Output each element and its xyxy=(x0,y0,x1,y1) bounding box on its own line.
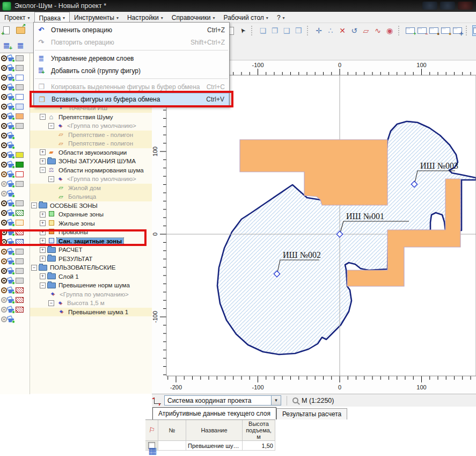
menu-item-redo[interactable]: ↷Повторить операциюShift+Ctrl+Z xyxy=(34,36,229,48)
combo-dropdown-button[interactable]: ▼ xyxy=(271,396,281,405)
tree-item[interactable]: −⌂Препятствия Шуму xyxy=(30,113,152,122)
layer-color-swatch[interactable] xyxy=(16,171,24,177)
eye-icon[interactable] xyxy=(1,258,7,264)
tree-item[interactable]: ✦<Группа по умолчанию> xyxy=(30,290,152,299)
tree-item[interactable]: ▱Препятствие - полигон xyxy=(30,131,152,140)
table-grid-icon[interactable]: ▦ xyxy=(148,445,157,456)
layer-color-swatch[interactable] xyxy=(16,249,24,255)
select-by-region-icon[interactable]: ❐ xyxy=(269,25,280,36)
add-noise-source-icon[interactable]: + xyxy=(405,25,415,36)
unlock-icon[interactable] xyxy=(9,270,14,274)
layer-row[interactable] xyxy=(0,82,30,92)
layer-color-swatch[interactable] xyxy=(16,65,24,71)
expand-icon[interactable]: + xyxy=(40,212,46,218)
eye-icon[interactable] xyxy=(1,287,7,293)
layer-row[interactable] xyxy=(0,160,30,169)
tree-item[interactable]: ▱Жилой дом xyxy=(30,184,152,193)
layer-row[interactable] xyxy=(0,73,30,82)
layer-color-swatch[interactable] xyxy=(16,307,24,313)
select-all-figures-icon[interactable]: ❏ xyxy=(258,25,268,36)
ruler-panel-icon[interactable] xyxy=(472,25,476,36)
unlock-icon[interactable] xyxy=(9,173,14,177)
layer-row[interactable] xyxy=(0,247,30,256)
layer-row[interactable] xyxy=(0,256,30,266)
open-project-icon[interactable] xyxy=(15,25,26,35)
eye-icon[interactable] xyxy=(1,94,7,100)
layer-color-swatch[interactable] xyxy=(16,287,24,293)
eye-icon[interactable] xyxy=(1,297,7,303)
tree-item[interactable]: +Охранные зоны xyxy=(30,210,152,219)
unlock-icon[interactable] xyxy=(9,289,14,293)
select-figure-icon[interactable]: ➤ xyxy=(237,25,248,36)
eye-icon[interactable] xyxy=(1,220,7,226)
unlock-icon[interactable] xyxy=(9,164,14,168)
layer-row[interactable] xyxy=(0,314,30,324)
layer-row[interactable] xyxy=(0,102,30,111)
layer-row[interactable] xyxy=(0,150,30,160)
eye-icon[interactable] xyxy=(1,316,7,322)
unlock-icon[interactable] xyxy=(9,260,14,264)
tree-item[interactable]: ✦Превышение шума 1 xyxy=(30,308,152,317)
eye-icon[interactable] xyxy=(1,75,7,81)
tab-attributes[interactable]: Атрибутивные данные текущего слоя xyxy=(152,407,276,419)
column-header[interactable]: Название xyxy=(186,420,243,441)
layer-row[interactable] xyxy=(0,179,30,189)
eye-icon[interactable] xyxy=(1,162,7,168)
layer-row[interactable] xyxy=(0,305,30,314)
move-to-layer-icon[interactable]: ↺ xyxy=(349,25,360,36)
menu-tools[interactable]: Инструменты▾ xyxy=(70,12,123,23)
eye-icon[interactable] xyxy=(1,133,7,139)
unlock-icon[interactable] xyxy=(9,222,14,226)
close-button[interactable] xyxy=(458,2,473,10)
layer-row[interactable] xyxy=(0,63,30,73)
layer-color-swatch[interactable] xyxy=(16,75,24,81)
unlock-icon[interactable] xyxy=(9,183,14,187)
tree-item[interactable]: +Жилые зоны xyxy=(30,219,152,228)
layer-row[interactable] xyxy=(0,53,30,63)
coordinate-system-select[interactable]: Система координат проекта ▼ xyxy=(164,395,281,406)
layer-color-swatch[interactable] xyxy=(16,55,24,61)
eye-icon[interactable] xyxy=(1,123,7,129)
unlock-icon[interactable] xyxy=(9,86,14,90)
layer-color-swatch[interactable] xyxy=(16,162,24,168)
layer-row[interactable] xyxy=(0,276,30,285)
tree-item[interactable]: ▱Препятствие - полигон xyxy=(30,139,152,148)
eye-icon[interactable] xyxy=(1,191,7,197)
layer-row[interactable] xyxy=(0,285,30,295)
unlock-icon[interactable] xyxy=(9,96,14,100)
expand-icon[interactable]: + xyxy=(40,247,46,253)
table-row[interactable]: Превышение шу…1,50 xyxy=(145,441,275,451)
collapse-icon[interactable]: − xyxy=(40,283,46,288)
layer-color-swatch[interactable] xyxy=(16,123,24,129)
eye-icon[interactable] xyxy=(1,104,7,110)
collapse-icon[interactable]: − xyxy=(48,300,54,306)
eye-icon[interactable] xyxy=(1,84,7,90)
menu-item-layer-tree[interactable]: ≣Управление деревом слоев xyxy=(34,52,229,64)
unlock-icon[interactable] xyxy=(9,57,14,61)
tree-item[interactable]: +ЗОНЫ ЗАТУХАНИЯ ШУМА xyxy=(30,157,152,166)
expand-icon[interactable]: + xyxy=(40,158,46,164)
menu-edit[interactable]: Правка▾ xyxy=(34,12,70,23)
layer-row[interactable] xyxy=(0,198,30,208)
unlock-icon[interactable] xyxy=(9,125,14,129)
menu-project[interactable]: Проект▾ xyxy=(0,12,34,23)
layer-row[interactable] xyxy=(0,266,30,276)
unlock-icon[interactable] xyxy=(9,135,14,139)
column-header[interactable]: № xyxy=(158,420,186,441)
layer-row[interactable] xyxy=(0,121,30,131)
unlock-icon[interactable] xyxy=(9,106,14,110)
tree-item[interactable]: −✦<Группа по умолчанию> xyxy=(30,175,152,184)
layer-color-swatch[interactable] xyxy=(16,152,24,158)
expand-icon[interactable]: + xyxy=(40,149,46,155)
add-project-file-icon[interactable] xyxy=(1,25,12,35)
unlock-icon[interactable] xyxy=(9,154,14,158)
layer-row[interactable] xyxy=(0,92,30,102)
rotate-figure-icon[interactable]: ◉ xyxy=(384,25,395,36)
unlock-icon[interactable] xyxy=(9,212,14,216)
eye-icon[interactable] xyxy=(1,113,7,119)
duplicate-figure-icon[interactable]: ❒ xyxy=(293,25,304,36)
unlock-icon[interactable] xyxy=(9,77,14,81)
layer-tree-toolbar-icon[interactable]: ≣ xyxy=(15,40,26,50)
layer-color-swatch[interactable] xyxy=(16,94,24,100)
show-noise-source-icon[interactable]: ● xyxy=(428,25,439,36)
